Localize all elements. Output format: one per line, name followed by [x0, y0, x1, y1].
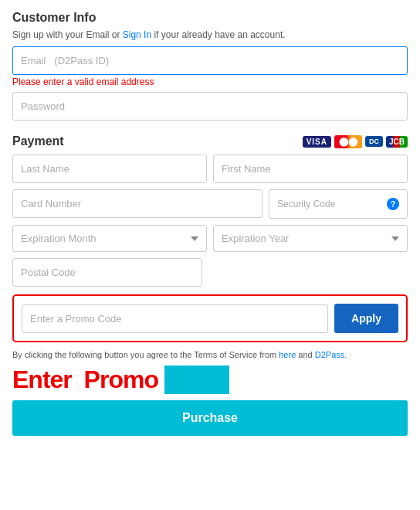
expiry-month-col: Expiration Month 01 - January 02 - Febru…	[12, 225, 207, 252]
signup-text: Sign up with your Email or Sign In if yo…	[12, 29, 408, 40]
password-input[interactable]	[12, 92, 408, 121]
email-error: Please enter a valid email address	[12, 76, 408, 87]
last-name-col	[12, 155, 207, 183]
security-code-col: Security Code ?	[269, 189, 408, 219]
email-field-wrapper	[12, 46, 408, 76]
password-field-wrapper	[12, 92, 408, 127]
signin-link[interactable]: Sign In	[123, 29, 151, 40]
payment-header: Payment VISA ⬤⬤ DC JCB	[12, 134, 408, 148]
postal-code-row	[12, 258, 408, 287]
promo-code-box: Apply	[12, 294, 408, 342]
first-name-input[interactable]	[213, 155, 408, 183]
customer-info-title: Customer Info	[12, 11, 408, 25]
security-code-wrapper: Security Code ?	[269, 189, 408, 219]
promo-inner: Apply	[22, 304, 398, 333]
last-name-input[interactable]	[12, 155, 207, 183]
visa-icon: VISA	[303, 136, 331, 148]
jcb-icon: JCB	[386, 136, 408, 148]
expiry-month-select[interactable]: Expiration Month 01 - January 02 - Febru…	[12, 225, 207, 252]
customer-info-section: Customer Info Sign up with your Email or…	[12, 11, 408, 127]
apply-button[interactable]: Apply	[334, 304, 398, 333]
promo-overlay-label: Enter Promo Code	[12, 366, 408, 394]
security-help-icon[interactable]: ?	[387, 198, 399, 210]
card-icons: VISA ⬤⬤ DC JCB	[303, 135, 408, 148]
expiry-year-col: Expiration Year 2024 2025 2026 2027 2028…	[213, 225, 408, 252]
purchase-button[interactable]: Purchase	[12, 400, 408, 436]
payment-section: Payment VISA ⬤⬤ DC JCB	[12, 134, 408, 287]
d2pass-link[interactable]: D2Pass	[315, 350, 345, 359]
promo-code-input[interactable]	[22, 304, 328, 333]
card-number-input[interactable]	[12, 189, 262, 218]
first-name-col	[213, 155, 408, 183]
mastercard-icon: ⬤⬤	[334, 135, 362, 148]
expiry-row: Expiration Month 01 - January 02 - Febru…	[12, 225, 408, 252]
card-number-row: Security Code ?	[12, 189, 408, 219]
payment-title: Payment	[12, 134, 64, 148]
expiry-year-select[interactable]: Expiration Year 2024 2025 2026 2027 2028…	[213, 225, 408, 252]
postal-code-input[interactable]	[12, 258, 202, 287]
security-code-label: Security Code	[277, 199, 335, 209]
diners-icon: DC	[365, 136, 383, 147]
terms-here-link[interactable]: here	[279, 350, 296, 359]
name-row	[12, 155, 408, 183]
card-number-col	[12, 189, 262, 219]
terms-text: By clicking the following button you agr…	[12, 350, 408, 359]
promo-highlight: Code	[164, 366, 229, 394]
email-input[interactable]	[12, 46, 408, 75]
